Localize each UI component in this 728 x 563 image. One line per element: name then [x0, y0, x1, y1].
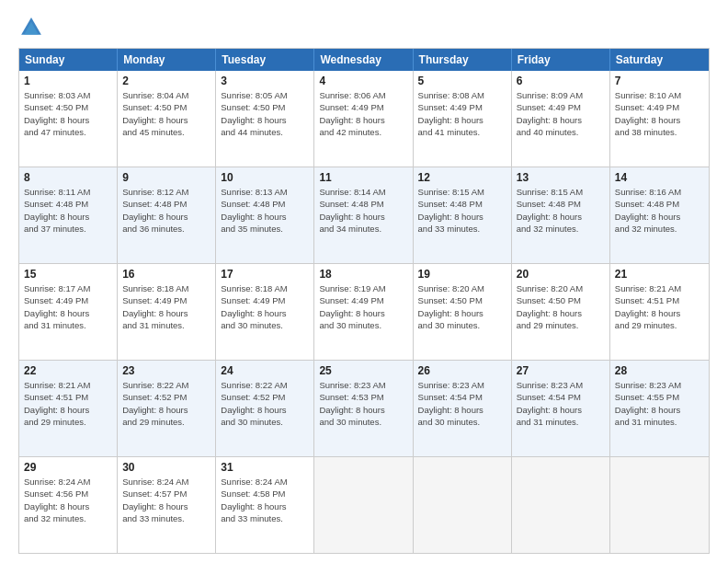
cell-line: and 34 minutes.	[319, 223, 407, 235]
day-number: 6	[517, 75, 605, 87]
day-cell-25: 25Sunrise: 8:23 AMSunset: 4:53 PMDayligh…	[314, 361, 413, 456]
day-cell-16: 16Sunrise: 8:18 AMSunset: 4:49 PMDayligh…	[118, 264, 216, 360]
day-number: 22	[24, 364, 112, 377]
cell-line: and 35 minutes.	[221, 223, 309, 235]
calendar-body: 1Sunrise: 8:03 AMSunset: 4:50 PMDaylight…	[19, 71, 709, 553]
cell-line: Sunset: 4:55 PM	[615, 391, 704, 403]
day-number: 29	[24, 461, 112, 474]
cell-line: Sunrise: 8:09 AM	[517, 89, 605, 101]
header-day-friday: Friday	[512, 49, 610, 71]
cell-line: Daylight: 8 hours	[221, 500, 309, 512]
day-number: 14	[615, 171, 704, 184]
cell-line: Sunset: 4:50 PM	[517, 294, 605, 306]
day-number: 20	[517, 268, 605, 281]
cell-line: and 30 minutes.	[319, 319, 407, 331]
cell-line: and 40 minutes.	[517, 126, 605, 138]
day-number: 21	[615, 268, 704, 281]
day-cell-8: 8Sunrise: 8:11 AMSunset: 4:48 PMDaylight…	[19, 167, 118, 263]
day-number: 2	[122, 75, 210, 87]
cell-line: Sunset: 4:51 PM	[24, 391, 112, 403]
cell-line: Sunset: 4:49 PM	[221, 294, 309, 306]
cell-line: and 30 minutes.	[319, 416, 407, 428]
cell-line: Daylight: 8 hours	[615, 307, 704, 319]
header	[18, 15, 710, 40]
cell-line: Sunset: 4:49 PM	[122, 294, 210, 306]
day-number: 28	[615, 364, 704, 377]
cell-line: and 32 minutes.	[615, 223, 704, 235]
day-number: 30	[122, 461, 210, 474]
header-day-tuesday: Tuesday	[216, 49, 314, 71]
cell-line: Sunrise: 8:21 AM	[24, 379, 112, 391]
empty-cell	[414, 457, 512, 553]
cell-line: Sunrise: 8:18 AM	[221, 282, 309, 294]
cell-line: Daylight: 8 hours	[24, 500, 112, 512]
cell-line: and 41 minutes.	[418, 126, 506, 138]
day-number: 24	[221, 364, 309, 377]
cell-line: Daylight: 8 hours	[122, 211, 210, 223]
cell-line: Daylight: 8 hours	[615, 114, 704, 126]
cell-line: Sunrise: 8:13 AM	[221, 186, 309, 198]
logo-icon	[18, 15, 44, 40]
cell-line: Daylight: 8 hours	[418, 307, 506, 319]
day-cell-31: 31Sunrise: 8:24 AMSunset: 4:58 PMDayligh…	[216, 457, 314, 553]
header-day-monday: Monday	[118, 49, 216, 71]
cell-line: Sunrise: 8:16 AM	[615, 186, 704, 198]
day-cell-22: 22Sunrise: 8:21 AMSunset: 4:51 PMDayligh…	[19, 361, 118, 456]
cell-line: Sunset: 4:56 PM	[24, 488, 112, 500]
cell-line: Daylight: 8 hours	[122, 307, 210, 319]
day-number: 13	[517, 171, 605, 184]
cell-line: Sunrise: 8:06 AM	[319, 89, 407, 101]
header-day-sunday: Sunday	[19, 49, 118, 71]
cell-line: Daylight: 8 hours	[122, 404, 210, 416]
cell-line: Daylight: 8 hours	[24, 114, 112, 126]
cell-line: Daylight: 8 hours	[319, 211, 407, 223]
day-number: 31	[221, 461, 309, 474]
cell-line: Sunrise: 8:20 AM	[517, 282, 605, 294]
cell-line: and 47 minutes.	[24, 126, 112, 138]
header-day-thursday: Thursday	[414, 49, 512, 71]
day-number: 17	[221, 268, 309, 281]
day-cell-4: 4Sunrise: 8:06 AMSunset: 4:49 PMDaylight…	[314, 71, 413, 167]
cell-line: Daylight: 8 hours	[615, 404, 704, 416]
day-cell-14: 14Sunrise: 8:16 AMSunset: 4:48 PMDayligh…	[610, 167, 709, 263]
day-cell-20: 20Sunrise: 8:20 AMSunset: 4:50 PMDayligh…	[512, 264, 610, 360]
page: SundayMondayTuesdayWednesdayThursdayFrid…	[0, 0, 728, 563]
day-cell-11: 11Sunrise: 8:14 AMSunset: 4:48 PMDayligh…	[314, 167, 413, 263]
cell-line: Sunrise: 8:10 AM	[615, 89, 704, 101]
cell-line: Sunrise: 8:23 AM	[517, 379, 605, 391]
cell-line: Sunrise: 8:11 AM	[24, 186, 112, 198]
cell-line: and 29 minutes.	[517, 319, 605, 331]
day-cell-17: 17Sunrise: 8:18 AMSunset: 4:49 PMDayligh…	[216, 264, 314, 360]
cell-line: Sunrise: 8:15 AM	[418, 186, 506, 198]
day-cell-7: 7Sunrise: 8:10 AMSunset: 4:49 PMDaylight…	[610, 71, 709, 167]
cell-line: and 31 minutes.	[517, 416, 605, 428]
cell-line: Sunrise: 8:15 AM	[517, 186, 605, 198]
cell-line: Sunset: 4:50 PM	[24, 101, 112, 113]
cell-line: Daylight: 8 hours	[418, 114, 506, 126]
cell-line: Sunrise: 8:23 AM	[615, 379, 704, 391]
day-number: 11	[319, 171, 407, 184]
cell-line: Sunset: 4:57 PM	[122, 488, 210, 500]
cell-line: Sunrise: 8:22 AM	[221, 379, 309, 391]
cell-line: Sunset: 4:49 PM	[319, 294, 407, 306]
day-number: 5	[418, 75, 506, 87]
cell-line: Sunset: 4:49 PM	[615, 101, 704, 113]
cell-line: Sunset: 4:49 PM	[24, 294, 112, 306]
cell-line: Daylight: 8 hours	[319, 114, 407, 126]
day-number: 12	[418, 171, 506, 184]
day-cell-5: 5Sunrise: 8:08 AMSunset: 4:49 PMDaylight…	[414, 71, 512, 167]
day-cell-15: 15Sunrise: 8:17 AMSunset: 4:49 PMDayligh…	[19, 264, 118, 360]
cell-line: Sunset: 4:48 PM	[221, 198, 309, 210]
cell-line: Daylight: 8 hours	[24, 307, 112, 319]
empty-cell	[314, 457, 413, 553]
cell-line: Daylight: 8 hours	[615, 211, 704, 223]
cell-line: Daylight: 8 hours	[122, 500, 210, 512]
cell-line: Sunset: 4:49 PM	[517, 101, 605, 113]
cell-line: and 31 minutes.	[122, 319, 210, 331]
day-cell-30: 30Sunrise: 8:24 AMSunset: 4:57 PMDayligh…	[118, 457, 216, 553]
cell-line: Sunrise: 8:23 AM	[418, 379, 506, 391]
day-number: 15	[24, 268, 112, 281]
cell-line: Sunset: 4:48 PM	[122, 198, 210, 210]
cell-line: Daylight: 8 hours	[517, 307, 605, 319]
cell-line: Sunset: 4:48 PM	[418, 198, 506, 210]
